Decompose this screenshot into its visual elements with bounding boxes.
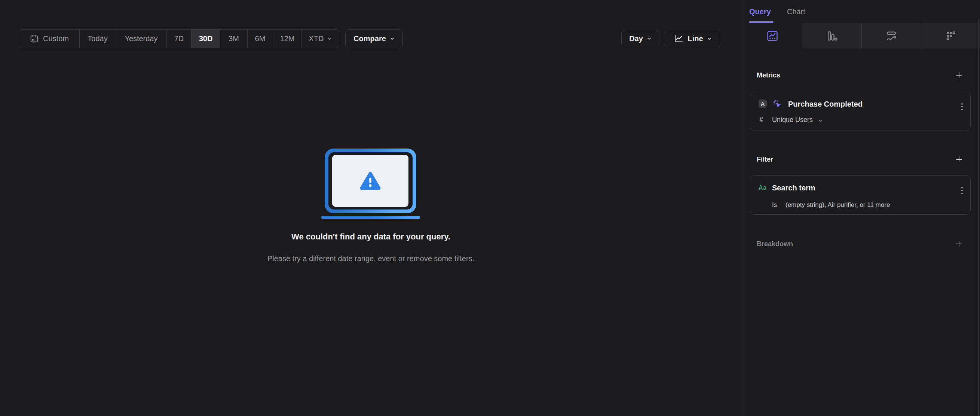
date-range-3m[interactable]: 3M [220,30,247,48]
filter-options-button[interactable] [958,183,967,198]
date-range-label: Yesterday [124,34,158,43]
date-range-label: 12M [280,34,295,43]
granularity-label: Day [629,34,643,43]
date-range-yesterday[interactable]: Yesterday [116,30,167,48]
filter-value: (empty string), Air purifier, or 11 more [786,201,890,209]
chevron-down-icon [647,36,652,41]
date-range-12m[interactable]: 12M [273,30,301,48]
aggregation-selector[interactable]: # Unique Users [750,116,970,126]
funnels-icon [826,30,838,42]
monitor-bezel [328,152,412,209]
add-filter-button[interactable] [955,155,964,164]
calendar-icon [30,34,39,43]
breakdown-section-header: Breakdown [757,238,964,250]
date-range-30d[interactable]: 30D [191,30,220,48]
chevron-down-icon [707,36,712,41]
metric-letter-badge: A [759,99,767,108]
filter-property-name[interactable]: Search term [772,184,815,192]
aggregation-symbol: # [759,116,763,124]
flows-icon [885,30,897,42]
granularity-dropdown[interactable]: Day [621,30,659,47]
report-tab-flows[interactable] [861,23,921,49]
string-property-icon: Aa [759,185,767,191]
monitor-base [321,216,420,219]
metrics-heading: Metrics [757,72,780,79]
plus-icon [955,239,964,249]
filter-heading: Filter [757,156,773,164]
tab-query[interactable]: Query [749,8,771,16]
date-range-7d[interactable]: 7D [167,30,191,48]
date-range-custom[interactable]: Custom [19,30,79,48]
filter-section-header: Filter [757,154,964,165]
plus-icon [955,71,964,80]
report-tab-funnels[interactable] [802,23,861,49]
plus-icon [955,155,964,164]
date-range-label: Custom [43,34,69,43]
date-range-label: 3M [229,34,239,43]
report-tab-retention[interactable] [921,23,980,49]
date-range-label: 7D [174,34,184,43]
scrollbar[interactable] [978,19,979,416]
chart-type-dropdown[interactable]: Line [664,30,721,47]
add-breakdown-button[interactable] [955,239,964,249]
main-panel: Custom Today Yesterday 7D 30D 3M 6M 12M … [0,0,742,416]
filter-card[interactable]: Aa Search term Is (empty string), Air pu… [750,175,970,215]
metrics-section-header: Metrics [757,70,964,81]
insights-icon [766,30,779,42]
chart-type-label: Line [687,34,703,43]
aggregation-label: Unique Users [772,116,813,124]
tab-chart[interactable]: Chart [787,8,805,16]
compare-button[interactable]: Compare [345,29,403,48]
date-range-label: Today [88,34,107,43]
metric-event-name[interactable]: Purchase Completed [788,100,862,108]
report-type-tabs [743,23,980,49]
warning-triangle-icon [360,171,381,191]
compare-label: Compare [353,34,386,43]
add-metric-button[interactable] [955,71,964,80]
empty-state-subtitle: Please try a different date range, event… [0,254,742,263]
filter-operator: Is [772,201,777,209]
filter-condition[interactable]: Is (empty string), Air purifier, or 11 m… [750,201,970,210]
date-range-control: Custom Today Yesterday 7D 30D 3M 6M 12M … [19,29,339,48]
chevron-down-icon [818,118,823,123]
no-data-illustration [325,148,416,213]
chevron-down-icon [327,36,332,41]
monitor-screen [332,155,409,207]
breakdown-heading: Breakdown [757,240,793,248]
date-range-today[interactable]: Today [79,30,116,48]
metric-options-button[interactable] [958,99,967,114]
query-sidebar: Query Chart [742,0,980,416]
date-range-label: 30D [199,34,213,43]
metric-card[interactable]: A Purchase Completed # Unique Users [750,92,970,131]
chevron-down-icon [390,36,395,41]
line-chart-icon [673,33,684,43]
event-click-icon [772,99,782,108]
date-range-xtd[interactable]: XTD [301,30,339,48]
date-range-label: 6M [255,34,266,43]
date-range-6m[interactable]: 6M [247,30,273,48]
report-tab-insights[interactable] [743,23,802,49]
retention-icon [945,30,957,42]
date-range-label: XTD [309,34,324,43]
empty-state-title: We couldn't find any data for your query… [0,232,742,242]
